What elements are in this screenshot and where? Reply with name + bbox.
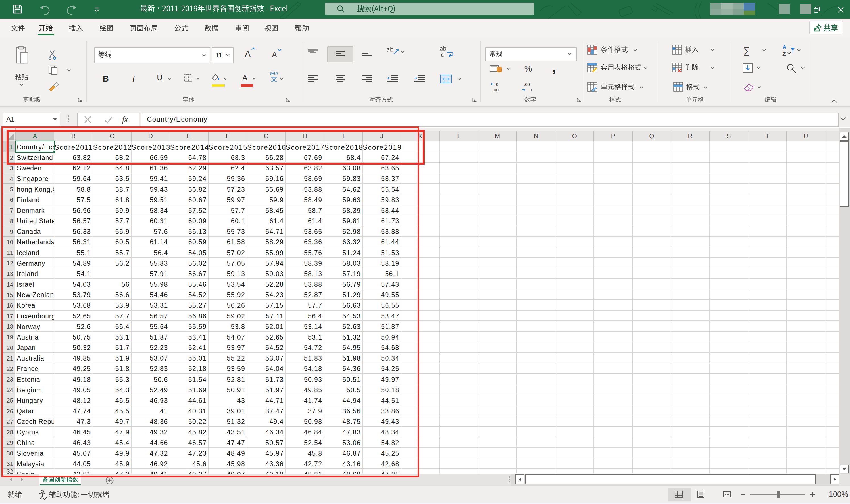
svg-text:A: A [782, 44, 786, 50]
svg-text:Z: Z [782, 51, 786, 57]
svg-text:.00: .00 [524, 82, 530, 87]
svg-text:.00: .00 [493, 88, 499, 92]
svg-text:0: 0 [529, 88, 532, 92]
svg-text:0: 0 [496, 82, 498, 87]
